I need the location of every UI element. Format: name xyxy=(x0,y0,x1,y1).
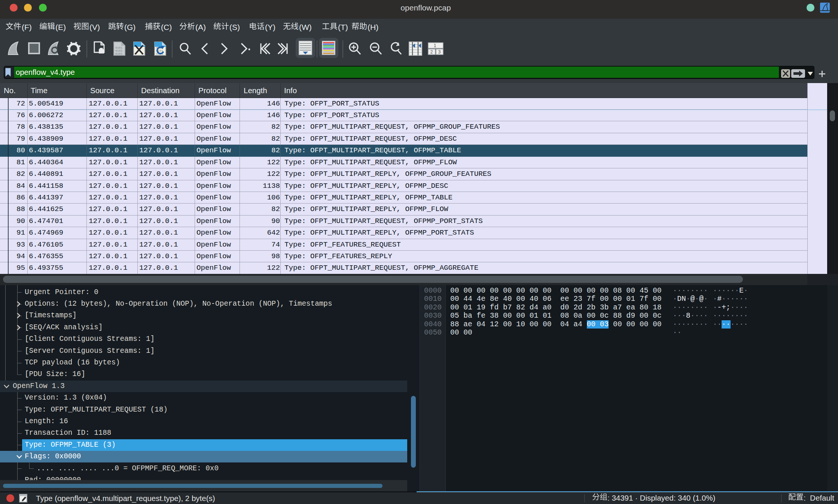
svg-text:0101: 0101 xyxy=(115,52,122,55)
svg-text:3: 3 xyxy=(438,49,441,55)
svg-text:2: 2 xyxy=(430,49,433,55)
svg-text:1: 1 xyxy=(434,43,436,48)
